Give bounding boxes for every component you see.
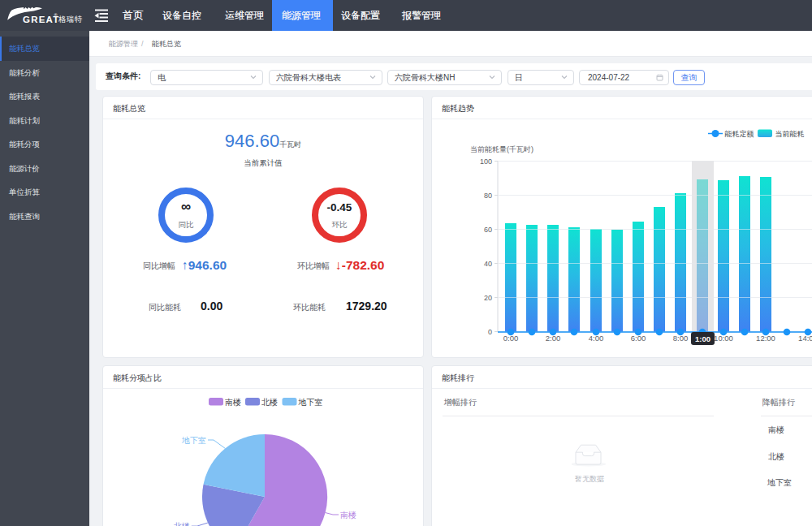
svg-text:2:00: 2:00 [546, 334, 561, 343]
svg-text:北楼: 北楼 [174, 522, 190, 526]
svg-text:10:00: 10:00 [714, 334, 733, 343]
svg-text:能耗定额: 能耗定额 [725, 130, 754, 138]
svg-text:北楼: 北楼 [261, 398, 278, 407]
svg-text:格瑞特: 格瑞特 [58, 15, 83, 24]
svg-text:0: 0 [488, 328, 492, 336]
svg-text:地下室: 地下室 [298, 398, 323, 407]
svg-text:8:00: 8:00 [673, 334, 689, 343]
svg-text:12:00: 12:00 [756, 334, 775, 343]
svg-text:6:00: 6:00 [631, 334, 646, 343]
svg-text:南楼: 南楼 [340, 511, 356, 520]
svg-text:1:00: 1:00 [695, 334, 710, 343]
svg-text:40: 40 [484, 260, 492, 268]
svg-text:0:00: 0:00 [503, 334, 519, 343]
svg-text:14:00: 14:00 [798, 334, 812, 343]
svg-text:20: 20 [484, 294, 492, 302]
svg-text:地下室: 地下室 [181, 436, 206, 445]
svg-text:4:00: 4:00 [589, 334, 604, 343]
svg-text:®: ® [54, 13, 58, 18]
svg-text:当前能耗量(千瓦时): 当前能耗量(千瓦时) [470, 145, 533, 153]
svg-text:80: 80 [484, 192, 492, 200]
svg-text:60: 60 [484, 226, 492, 234]
svg-text:南楼: 南楼 [225, 398, 241, 407]
svg-text:100: 100 [480, 157, 492, 166]
svg-text:当前能耗: 当前能耗 [775, 130, 805, 138]
